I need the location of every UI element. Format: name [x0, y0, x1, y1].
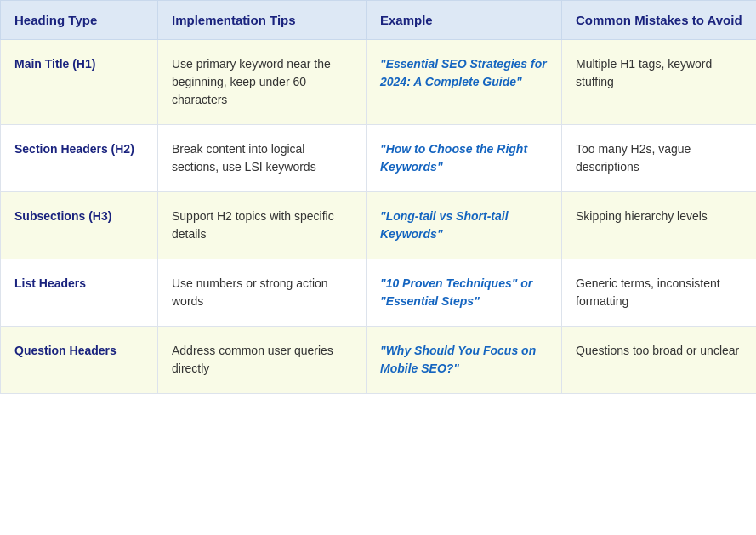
cell-example: "Long-tail vs Short-tail Keywords" [367, 192, 562, 259]
cell-example: "10 Proven Techniques" or "Essential Ste… [367, 259, 562, 327]
cell-mistakes: Questions too broad or unclear [562, 327, 757, 394]
cell-implementation-tips: Use numbers or strong action words [158, 259, 367, 327]
table-row: Subsections (H3)Support H2 topics with s… [1, 192, 757, 259]
col-mistakes: Common Mistakes to Avoid [562, 1, 757, 40]
col-implementation-tips: Implementation Tips [158, 1, 367, 40]
cell-heading-type: List Headers [1, 259, 158, 327]
cell-implementation-tips: Support H2 topics with specific details [158, 192, 367, 259]
cell-heading-type: Main Title (H1) [1, 40, 158, 125]
table-row: Section Headers (H2)Break content into l… [1, 125, 757, 192]
table-row: Main Title (H1)Use primary keyword near … [1, 40, 757, 125]
cell-example: "Essential SEO Strategies for 2024: A Co… [367, 40, 562, 125]
table-row: List HeadersUse numbers or strong action… [1, 259, 757, 327]
cell-mistakes: Too many H2s, vague descriptions [562, 125, 757, 192]
table-row: Question HeadersAddress common user quer… [1, 327, 757, 394]
cell-heading-type: Subsections (H3) [1, 192, 158, 259]
cell-heading-type: Section Headers (H2) [1, 125, 158, 192]
cell-mistakes: Multiple H1 tags, keyword stuffing [562, 40, 757, 125]
cell-mistakes: Generic terms, inconsistent formatting [562, 259, 757, 327]
cell-implementation-tips: Use primary keyword near the beginning, … [158, 40, 367, 125]
col-heading-type: Heading Type [1, 1, 158, 40]
cell-implementation-tips: Break content into logical sections, use… [158, 125, 367, 192]
col-example: Example [367, 1, 562, 40]
cell-heading-type: Question Headers [1, 327, 158, 394]
table-header-row: Heading Type Implementation Tips Example… [1, 1, 757, 40]
cell-example: "How to Choose the Right Keywords" [367, 125, 562, 192]
cell-mistakes: Skipping hierarchy levels [562, 192, 757, 259]
cell-example: "Why Should You Focus on Mobile SEO?" [367, 327, 562, 394]
cell-implementation-tips: Address common user queries directly [158, 327, 367, 394]
